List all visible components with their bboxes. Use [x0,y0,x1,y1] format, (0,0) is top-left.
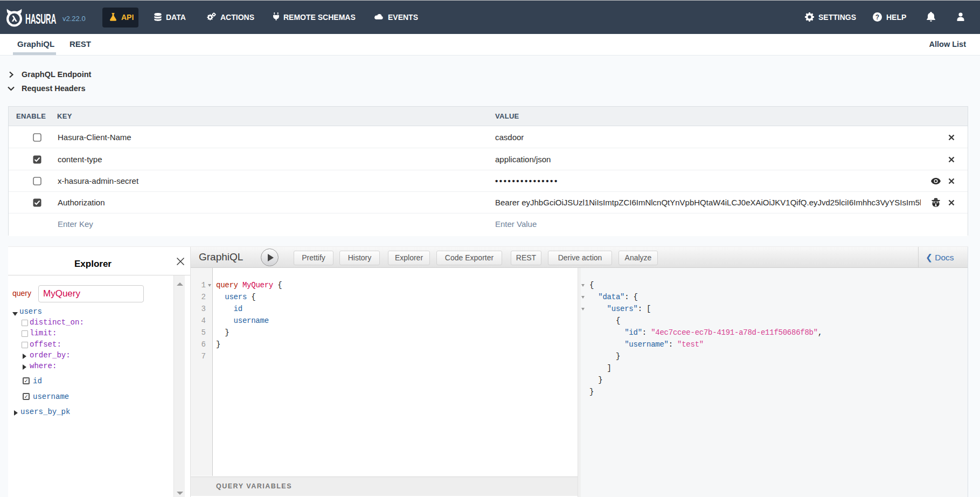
svg-text:?: ? [875,13,879,20]
